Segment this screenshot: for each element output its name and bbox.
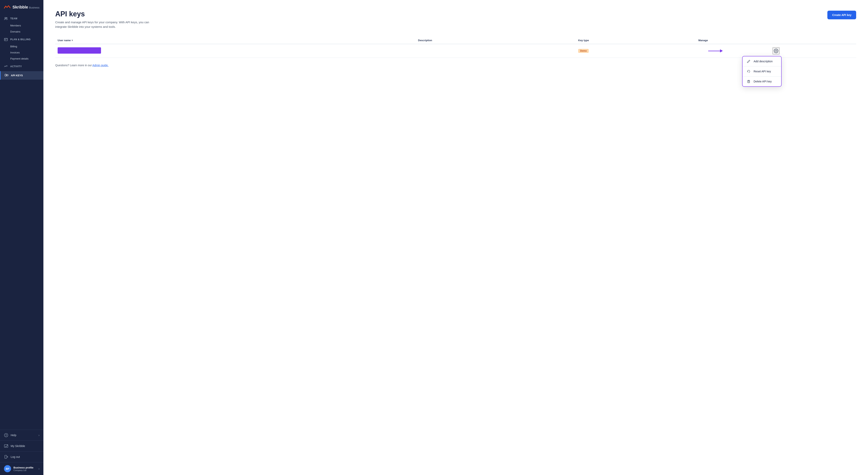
add-description-item[interactable]: Add description [743, 56, 781, 66]
my-skribble-icon [4, 444, 8, 448]
th-username[interactable]: User name ∨ [55, 37, 416, 44]
billing-icon [4, 37, 8, 41]
table-header-row: User name ∨ Description Key type Manage [55, 37, 856, 44]
sidebar: Skribble Business TEAM Members Domains [0, 0, 43, 475]
page-header: API keys Create and manage API keys for … [55, 10, 856, 29]
logout-icon [4, 455, 8, 459]
table-cell-username [55, 44, 416, 58]
trash-icon [746, 79, 751, 84]
logo-skribble-text: Skribble [12, 5, 28, 9]
reset-api-key-item[interactable]: Reset API key [743, 66, 781, 76]
page-header-left: API keys Create and manage API keys for … [55, 10, 158, 29]
avatar: BP [4, 465, 11, 472]
svg-rect-4 [5, 74, 6, 76]
arrow-line [708, 51, 720, 51]
pencil-icon [746, 59, 751, 63]
help-label: Help [11, 434, 17, 437]
manage-dropdown-menu: Add description [742, 56, 782, 87]
profile-company: Company Ltd [13, 469, 36, 471]
delete-api-key-label: Delete API key [753, 80, 772, 83]
profile-chevron-icon: › [38, 467, 39, 470]
page-description: Create and manage API keys for your comp… [55, 20, 158, 29]
svg-point-1 [6, 18, 7, 19]
sidebar-item-invoices[interactable]: Invoices [0, 50, 43, 56]
manage-gear-button[interactable] [773, 47, 780, 55]
table-cell-key-type: Demo [576, 44, 696, 58]
create-api-key-button[interactable]: Create API key [827, 11, 856, 19]
delete-api-key-item[interactable]: Delete API key [743, 76, 781, 86]
help-chevron-icon: › [38, 434, 39, 437]
page-title: API keys [55, 10, 158, 18]
key-type-badge: Demo [578, 49, 589, 53]
table-cell-manage: Add description [696, 44, 856, 58]
help-icon: ? [4, 433, 8, 437]
manage-gear-wrapper: Add description [773, 47, 780, 55]
sidebar-bottom: ? Help › My Skribble [0, 430, 43, 475]
nav-section-plan-billing: PLAN & BILLING Billing Invoices Payment … [0, 35, 43, 62]
reset-icon [746, 69, 751, 73]
profile-name: Business profile [13, 466, 36, 469]
reset-api-key-label: Reset API key [753, 70, 771, 73]
annotation-arrow [708, 49, 723, 53]
main-content: API keys Create and manage API keys for … [43, 0, 868, 475]
sidebar-item-payment-details[interactable]: Payment details [0, 56, 43, 62]
sidebar-item-plan-billing[interactable]: PLAN & BILLING [0, 35, 43, 43]
logout-label: Log out [11, 455, 20, 458]
activity-icon [4, 64, 8, 68]
questions-text: Questions? Learn more in our Admin guide… [55, 64, 856, 67]
sidebar-item-my-skribble[interactable]: My Skribble [0, 441, 43, 451]
plan-billing-label: PLAN & BILLING [10, 38, 31, 41]
team-icon [4, 17, 8, 21]
username-redacted-bar [58, 47, 101, 54]
sidebar-item-api-keys[interactable]: API KEYS [0, 71, 43, 80]
nav-section-api-keys: API KEYS [0, 71, 43, 80]
admin-guide-link[interactable]: Admin guide. [92, 64, 108, 67]
svg-rect-2 [4, 38, 7, 41]
nav-section-team: TEAM Members Domains [0, 14, 43, 35]
arrow-head-icon [720, 49, 723, 53]
svg-rect-3 [5, 40, 6, 40]
th-key-type: Key type [576, 37, 696, 44]
nav-section-activity: ACTIVITY [0, 63, 43, 70]
add-description-label: Add description [753, 60, 773, 63]
logo-icon [4, 4, 10, 10]
my-skribble-label: My Skribble [11, 444, 25, 448]
sidebar-item-billing[interactable]: Billing [0, 43, 43, 50]
sidebar-item-activity[interactable]: ACTIVITY [0, 63, 43, 70]
table-cell-description [416, 44, 576, 58]
th-manage: Manage [696, 37, 856, 44]
sidebar-item-domains[interactable]: Domains [0, 29, 43, 35]
api-keys-label: API KEYS [11, 74, 23, 77]
sidebar-item-members[interactable]: Members [0, 23, 43, 29]
sidebar-logo: Skribble Business [0, 0, 43, 14]
team-label: TEAM [10, 17, 18, 20]
gear-icon [774, 49, 778, 53]
api-icon [4, 73, 8, 78]
profile-section[interactable]: BP Business profile Company Ltd › [0, 462, 43, 475]
sidebar-item-team[interactable]: TEAM [0, 14, 43, 23]
sidebar-item-help[interactable]: ? Help › [0, 430, 43, 441]
svg-rect-10 [748, 81, 750, 83]
sort-icon: ∨ [71, 39, 73, 41]
th-description: Description [416, 37, 576, 44]
logo-business-text: Business [29, 6, 39, 9]
api-keys-table: User name ∨ Description Key type Manage … [55, 37, 856, 58]
sidebar-navigation: TEAM Members Domains PLAN & BILLING Bill… [0, 14, 43, 430]
svg-rect-5 [7, 74, 8, 76]
sidebar-item-logout[interactable]: Log out [0, 451, 43, 462]
table-row: Demo [55, 44, 856, 58]
svg-point-0 [5, 18, 6, 19]
svg-text:?: ? [5, 434, 7, 437]
activity-label: ACTIVITY [10, 65, 22, 68]
